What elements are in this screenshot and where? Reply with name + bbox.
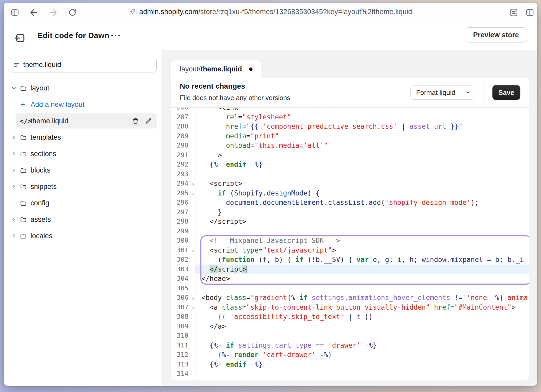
code-text[interactable]: {%- endif -%} — [195, 160, 529, 169]
code-line[interactable]: 289 media="print" — [171, 131, 529, 141]
code-text[interactable]: <script> — [195, 179, 529, 188]
sidebar-item-theme-liquid[interactable]: </> theme.liquid — [4, 113, 162, 129]
code-line[interactable]: 293 — [171, 169, 529, 179]
sidebar-folder-blocks[interactable]: blocks — [4, 162, 162, 178]
code-text[interactable]: {%- render 'cart-drawer' -%} — [195, 350, 529, 360]
sidebar-folder-layout[interactable]: layout — [4, 80, 162, 96]
file-search-box[interactable] — [8, 57, 157, 72]
add-new-layout-button[interactable]: Add a new layout — [4, 96, 162, 113]
code-line[interactable]: 307∨ <a class="skip-to-content-link butt… — [171, 303, 529, 312]
code-line[interactable]: 287 rel="stylesheet" — [171, 112, 529, 122]
format-liquid-button[interactable]: Format liquid — [410, 85, 475, 100]
code-text[interactable]: </head> — [195, 274, 529, 284]
code-line[interactable]: 299 — [171, 226, 529, 236]
code-text[interactable] — [195, 331, 529, 341]
save-button[interactable]: Save — [493, 85, 520, 100]
code-text[interactable] — [195, 369, 529, 379]
code-text[interactable] — [195, 226, 529, 236]
chevron-right-icon[interactable] — [11, 135, 16, 140]
code-line[interactable]: 297 } — [171, 207, 529, 217]
chevron-right-icon[interactable] — [11, 168, 16, 173]
more-actions-icon[interactable] — [109, 32, 122, 39]
url-text: admin.shopify.com/store/rzq1xu-f5/themes… — [139, 8, 412, 16]
address-bar[interactable]: admin.shopify.com/store/rzq1xu-f5/themes… — [4, 3, 537, 21]
code-text[interactable] — [195, 284, 529, 293]
code-line[interactable]: 294∨ <script> — [171, 179, 529, 188]
code-text[interactable]: rel="stylesheet" — [195, 112, 529, 122]
code-line[interactable]: 292 {%- endif -%} — [171, 160, 529, 169]
code-line[interactable]: 296 document.documentElement.classList.a… — [171, 198, 529, 207]
sidebar-folder-sections[interactable]: sections — [4, 145, 162, 162]
format-dropdown-button[interactable] — [461, 86, 475, 99]
code-line[interactable]: 310 — [171, 331, 529, 341]
code-line[interactable]: 314 — [171, 369, 529, 379]
code-text[interactable]: {{ 'accessibility.skip_to_text' | t }} — [195, 312, 529, 322]
code-text[interactable]: } — [195, 207, 529, 217]
code-text[interactable]: </a> — [195, 322, 529, 331]
chevron-right-icon[interactable] — [11, 151, 16, 156]
code-text[interactable]: <a class="skip-to-content-link button vi… — [195, 303, 529, 312]
code-text[interactable]: <link — [195, 108, 529, 112]
code-text[interactable]: <!-- Mixpanel Javascript SDK --> — [195, 236, 529, 246]
fold-chevron-icon[interactable]: ∨ — [192, 294, 194, 303]
exit-code-editor-button[interactable] — [13, 31, 27, 45]
code-line[interactable]: 303 </script> — [171, 265, 529, 274]
code-text[interactable]: {%- if settings.cart_type == 'drawer' -%… — [195, 341, 529, 350]
sidebar-folder-locales[interactable]: locales — [4, 228, 162, 244]
delete-file-button[interactable] — [130, 116, 141, 126]
tab-label: layout/theme.liquid — [180, 65, 242, 73]
code-text[interactable]: <body class="gradient{% if settings.anim… — [195, 293, 529, 303]
chevron-right-icon[interactable] — [11, 184, 16, 189]
code-line[interactable]: 313 {%- endif -%} — [171, 360, 529, 369]
fold-chevron-icon[interactable]: ∨ — [192, 303, 194, 313]
unsaved-dot — [249, 68, 253, 71]
code-line[interactable]: 298 </script> — [171, 217, 529, 226]
fold-chevron-icon[interactable]: ∨ — [192, 189, 194, 199]
code-text[interactable]: </script> — [195, 217, 529, 226]
code-text[interactable] — [195, 169, 529, 179]
sidebar-folder-snippets[interactable]: snippets — [4, 178, 162, 195]
line-number: 289 — [171, 131, 195, 141]
code-line[interactable]: 304</head> — [171, 274, 529, 284]
code-text[interactable]: if (Shopify.designMode) { — [195, 188, 529, 198]
code-line[interactable]: 301∨ <script type="text/javascript"> — [171, 246, 529, 255]
chevron-down-icon[interactable] — [11, 85, 16, 91]
rename-file-button[interactable] — [143, 116, 154, 126]
code-line[interactable]: 300 <!-- Mixpanel Javascript SDK --> — [171, 236, 529, 246]
code-editor[interactable]: 286 <link287 rel="stylesheet"288 href="{… — [171, 108, 529, 381]
tab-theme-liquid[interactable]: layout/theme.liquid — [171, 60, 261, 78]
browser-tune-icon[interactable] — [509, 8, 519, 17]
code-line[interactable]: 286 <link — [171, 108, 529, 112]
code-line[interactable]: 309 </a> — [171, 322, 529, 331]
split-view-icon[interactable] — [525, 8, 535, 17]
sidebar-folder-assets[interactable]: assets — [4, 211, 162, 228]
code-line[interactable]: 305 — [171, 284, 529, 293]
code-line[interactable]: 290 onload="this.media='all'" — [171, 141, 529, 150]
code-text[interactable]: <script type="text/javascript"> — [195, 246, 529, 255]
code-text[interactable]: > — [195, 150, 529, 160]
file-search-input[interactable] — [23, 57, 153, 72]
fold-chevron-icon[interactable]: ∨ — [192, 180, 194, 189]
code-text[interactable]: onload="this.media='all'" — [195, 141, 529, 150]
code-line[interactable]: 308 {{ 'accessibility.skip_to_text' | t … — [171, 312, 529, 322]
chevron-right-icon[interactable] — [11, 233, 16, 238]
code-text[interactable]: {%- endif -%} — [195, 360, 529, 369]
sidebar-folder-templates[interactable]: templates — [4, 129, 162, 145]
code-line[interactable]: 302 (function (f, b) { if (!b.__SV) { va… — [171, 255, 529, 265]
code-text[interactable]: href="{{ 'component-predictive-search.cs… — [195, 122, 529, 131]
code-line[interactable]: 295∨ if (Shopify.designMode) { — [171, 188, 529, 198]
sidebar-folder-config[interactable]: config — [4, 195, 162, 211]
preview-store-button[interactable]: Preview store — [465, 27, 527, 42]
fold-chevron-icon[interactable]: ∨ — [192, 246, 194, 256]
code-text[interactable]: media="print" — [195, 131, 529, 141]
code-line[interactable]: 311 {%- if settings.cart_type == 'drawer… — [171, 341, 529, 350]
line-number: 308 — [171, 312, 195, 322]
code-text[interactable]: document.documentElement.classList.add('… — [195, 198, 529, 207]
code-line[interactable]: 312 {%- render 'cart-drawer' -%} — [171, 350, 529, 360]
code-line[interactable]: 306∨<body class="gradient{% if settings.… — [171, 293, 529, 303]
code-line[interactable]: 291 > — [171, 150, 529, 160]
code-text[interactable]: </script> — [195, 265, 529, 274]
code-line[interactable]: 288 href="{{ 'component-predictive-searc… — [171, 122, 529, 131]
code-text[interactable]: (function (f, b) { if (!b.__SV) { var e,… — [195, 255, 529, 265]
chevron-right-icon[interactable] — [11, 217, 16, 222]
